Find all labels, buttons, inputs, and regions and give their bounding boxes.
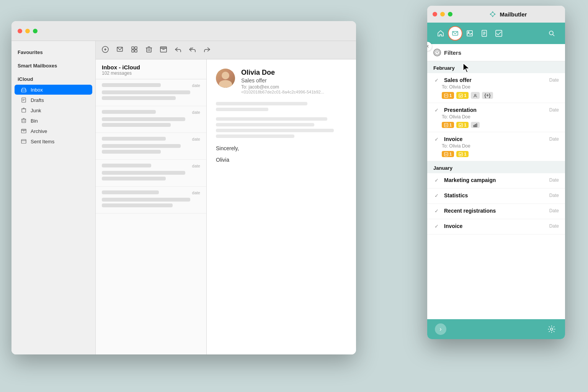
email-date: Date	[549, 177, 559, 183]
email-date: Date	[549, 107, 559, 113]
email-title: Invoice	[444, 136, 549, 142]
nav-notes[interactable]	[477, 26, 492, 41]
svg-rect-24	[135, 50, 137, 52]
check-icon: ✓	[433, 77, 439, 83]
archive-toolbar-icon[interactable]	[160, 46, 167, 54]
svg-rect-60	[476, 124, 477, 127]
nav-image[interactable]	[462, 26, 477, 41]
badge-click: 1	[456, 122, 469, 128]
inbox-title: Inbox - iCloud	[102, 64, 200, 71]
svg-rect-57	[459, 123, 462, 127]
mb-title-area: Mailbutler	[488, 10, 527, 18]
message-list: Inbox - iCloud 102 messages date	[96, 59, 207, 354]
mail-titlebar	[11, 21, 356, 41]
svg-rect-59	[475, 125, 476, 127]
svg-rect-25	[147, 48, 151, 52]
email-item-marketing[interactable]: ✓ Marketing campaign Date	[427, 173, 565, 189]
svg-rect-53	[459, 94, 462, 97]
mb-footer: ›	[427, 319, 565, 339]
message-detail: Olivia Doe Sales offer To: jacob@ex.com …	[207, 59, 356, 354]
svg-point-64	[550, 328, 553, 330]
email-date: Date	[549, 208, 559, 213]
badge-open: 1	[442, 122, 454, 128]
svg-rect-63	[459, 153, 462, 156]
favourites-section: Favourites	[11, 47, 95, 57]
email-item-invoice-feb[interactable]: ✓ Invoice Date To: Olivia Doe 1 1	[427, 132, 565, 161]
filters-icon	[433, 49, 441, 56]
drafts-label: Drafts	[31, 97, 44, 103]
settings-button[interactable]	[546, 323, 557, 335]
january-section-header: January	[427, 161, 565, 173]
svg-marker-36	[493, 13, 496, 16]
email-title: Presentation	[444, 107, 549, 113]
list-item[interactable]: date	[96, 106, 206, 133]
sidebar-item-inbox[interactable]: Inbox	[15, 85, 92, 95]
smart-mailboxes-section: Smart Mailboxes	[11, 61, 95, 71]
message-meta: Olivia Doe Sales offer To: jacob@ex.com …	[241, 69, 347, 94]
reply-all-icon[interactable]	[189, 46, 196, 54]
email-to: To: jacob@ex.com	[241, 84, 347, 90]
list-item[interactable]: date	[96, 133, 206, 160]
close-button[interactable]	[18, 29, 22, 33]
mb-maximize-button[interactable]	[448, 12, 452, 16]
new-message-icon[interactable]	[116, 46, 123, 54]
inbox-icon	[21, 87, 27, 93]
sidebar-item-sent[interactable]: Sent Items	[15, 136, 92, 146]
email-badges: 1 1	[442, 122, 559, 128]
email-date: Date	[549, 223, 559, 229]
mb-close-button[interactable]	[433, 12, 437, 16]
toolbar	[96, 41, 356, 59]
nav-tasks[interactable]	[492, 26, 506, 41]
email-item-statistics[interactable]: ✓ Statistics Date	[427, 189, 565, 204]
list-item[interactable]: date	[96, 160, 206, 187]
drafts-icon	[21, 97, 27, 103]
check-icon: ✓	[433, 177, 439, 183]
mb-minimize-button[interactable]	[440, 12, 445, 16]
filters-header: Filters	[427, 44, 565, 61]
svg-rect-1	[22, 98, 26, 102]
sidebar-item-archive[interactable]: Archive	[15, 126, 92, 136]
check-icon: ✓	[433, 107, 439, 113]
list-item[interactable]: date	[96, 79, 206, 106]
svg-rect-58	[474, 125, 474, 127]
archive-icon	[21, 128, 27, 134]
sidebar-item-drafts[interactable]: Drafts	[15, 95, 92, 105]
nav-home[interactable]	[433, 26, 448, 41]
badge-click: 1	[456, 92, 469, 99]
email-item-presentation[interactable]: ✓ Presentation Date To: Olivia Doe 1 1	[427, 103, 565, 132]
forward-icon[interactable]	[204, 46, 211, 54]
maximize-button[interactable]	[33, 29, 38, 33]
nav-search[interactable]	[544, 26, 559, 41]
badge-click: 1	[456, 151, 469, 157]
email-id: <0102018b67de2c01-8a4c2c4996-541b92...	[241, 90, 347, 94]
inbox-count: 102 messages	[102, 71, 200, 76]
mb-navigation	[427, 23, 565, 44]
minimize-button[interactable]	[25, 29, 30, 33]
badge-people	[471, 92, 480, 99]
expand-button[interactable]: ›	[435, 323, 446, 335]
sidebar: Favourites Smart Mailboxes iCloud Inbox …	[11, 41, 96, 354]
mb-title-text: Mailbutler	[500, 11, 527, 18]
reply-icon[interactable]	[175, 46, 181, 54]
message-header: Olivia Doe Sales offer To: jacob@ex.com …	[216, 69, 347, 94]
svg-rect-23	[132, 50, 134, 52]
delete-icon[interactable]	[145, 46, 152, 54]
sender-name: Olivia Doe	[241, 69, 347, 77]
email-item-recent-registrations[interactable]: ✓ Recent registrations Date	[427, 204, 565, 219]
junk-label: Junk	[31, 108, 41, 113]
badge-open: 1	[442, 151, 454, 157]
sidebar-item-bin[interactable]: Bin	[15, 116, 92, 126]
list-item[interactable]: date	[96, 187, 206, 213]
email-to: To: Olivia Doe	[442, 143, 559, 149]
message-signature: Olivia	[216, 156, 347, 164]
email-title: Marketing campaign	[444, 177, 549, 183]
bin-icon	[21, 118, 27, 124]
sidebar-item-junk[interactable]: Junk	[15, 105, 92, 115]
nav-mail[interactable]	[448, 26, 462, 41]
svg-rect-0	[21, 90, 26, 92]
email-item-invoice-jan[interactable]: ✓ Invoice Date	[427, 219, 565, 235]
email-item-sales-offer[interactable]: ✓ Sales offer Date To: Olivia Doe 1 1	[427, 73, 565, 103]
check-icon: ✓	[433, 136, 439, 142]
compose-icon[interactable]	[102, 46, 109, 54]
move-icon[interactable]	[131, 46, 138, 54]
